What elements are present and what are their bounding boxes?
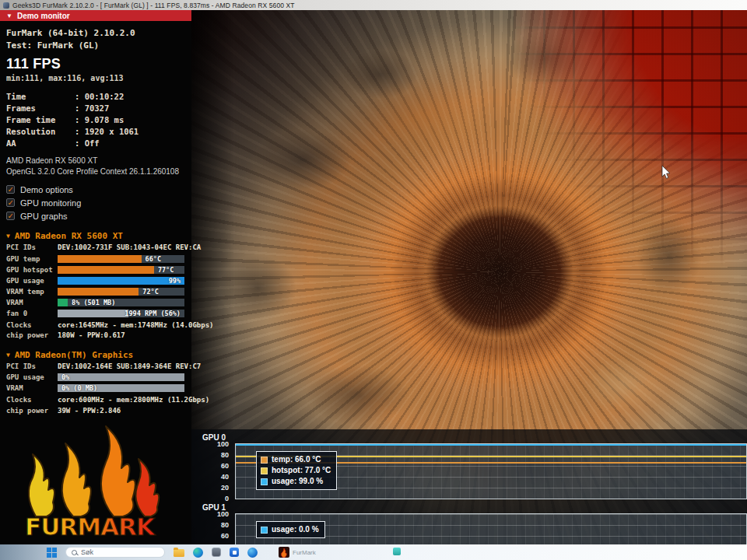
monitor-screen: Geeks3D FurMark 2.10.2.0 - [ FurMark (GL… (0, 0, 747, 560)
gpu0-clocks-row: Clockscore:1645MHz - mem:1748MHz (14.0Gb… (6, 320, 185, 331)
gpu1-chart: 100 80 60 40 usage: 0.0 % (191, 513, 747, 544)
furmark-logo: FURMARK (6, 417, 173, 540)
window-title: Geeks3D FurMark 2.10.2.0 - [ FurMark (GL… (12, 2, 295, 9)
gpu1-y-axis: 100 80 60 40 (191, 513, 235, 544)
fps-minmax: min:111, max:116, avg:113 (6, 74, 185, 82)
window-titlebar: Geeks3D FurMark 2.10.2.0 - [ FurMark (GL… (0, 0, 747, 10)
gpu0-fan-row: fan 0 1994 RPM (56%) (6, 308, 185, 319)
gpu0-graph-label: GPU 0 (202, 433, 747, 442)
windows-taskbar: Søk FurMark (0, 544, 747, 560)
options-checkboxes: ✓ Demo options ✓ GPU monitoring ✓ GPU gr… (6, 183, 185, 222)
gpu-temp-bar: 66°C (58, 255, 184, 263)
checkbox-gpu-graphs[interactable]: ✓ GPU graphs (6, 209, 185, 222)
furmark-flame-icon (279, 547, 289, 558)
browser-app-icon[interactable] (247, 548, 258, 558)
demo-monitor-title: Demo monitor (17, 12, 70, 20)
temp-swatch-icon (261, 457, 268, 464)
gray-app-icon[interactable] (212, 548, 221, 557)
gpu-graphs-overlay: GPU 0 100 80 60 40 20 0 temp: 66.0 °C ho… (191, 429, 747, 544)
gpu0-plot-area: temp: 66.0 °C hotspot: 77.0 °C usage: 99… (235, 443, 747, 499)
stats-block: Time00:10:22 Frames70327 Frame time9.078… (6, 91, 185, 149)
checkmark-icon: ✓ (6, 185, 15, 194)
furmark-logo-text: FURMARK (25, 513, 156, 540)
collapse-triangle-icon: ▼ (6, 12, 12, 19)
vram-usage-bar: 8% (501 MB) (58, 299, 184, 306)
gpu-hotspot-bar: 77°C (58, 266, 184, 274)
collapse-triangle-icon: ▼ (6, 233, 10, 240)
gpu1-usage-row: GPU usage 0% (6, 372, 185, 383)
gpu0-section-header[interactable]: ▼ AMD Radeon RX 5600 XT (6, 231, 185, 241)
gpu0-chart: 100 80 60 40 20 0 temp: 66.0 °C hotspot:… (191, 443, 747, 499)
gpu0-hotspot-row: GPU hotspot 77°C (6, 264, 185, 275)
gpu0-usage-row: GPU usage 99% (6, 275, 185, 286)
gpu0-vram-temp-row: VRAM temp 72°C (6, 286, 185, 297)
gpu1-graph-label: GPU 1 (202, 503, 747, 512)
usage-swatch-icon (261, 478, 268, 485)
gpu0-temp-row: GPU temp 66°C (6, 254, 185, 264)
gpu0-y-axis: 100 80 60 40 20 0 (191, 443, 235, 499)
gpu1-power-row: chip power39W - PPW:2.846 (6, 406, 185, 417)
furmark-taskbar-button[interactable]: FurMark (279, 547, 316, 558)
checkbox-gpu-monitoring[interactable]: ✓ GPU monitoring (6, 196, 185, 209)
stat-row-time: Time00:10:22 (6, 91, 185, 103)
checkmark-icon: ✓ (6, 212, 15, 220)
stat-row-frames: Frames70327 (6, 103, 185, 114)
vram-temp-bar: 72°C (58, 288, 184, 296)
gpu0-legend: temp: 66.0 °C hotspot: 77.0 °C usage: 99… (256, 451, 337, 490)
taskbar-search-input[interactable]: Søk (65, 547, 165, 558)
usage-swatch-icon (261, 527, 268, 534)
gpu-usage-bar: 99% (58, 277, 184, 285)
osd-panel: ▼ Demo monitor FurMark (64-bit) 2.10.2.0… (0, 10, 191, 544)
gpu1-section-header[interactable]: ▼ AMD Radeon(TM) Graphics (6, 350, 185, 360)
stat-row-resolution: Resolution1920 x 1061 (6, 126, 185, 138)
usage-line (236, 444, 746, 446)
gpu-usage-bar: 0% (58, 373, 184, 381)
app-window-icon (3, 2, 9, 9)
gpu0-power-row: chip power180W - PPW:0.617 (6, 331, 185, 341)
search-icon (72, 550, 77, 555)
file-explorer-icon[interactable] (174, 549, 184, 557)
stat-row-frametime: Frame time9.078 ms (6, 114, 185, 126)
gpu1-clocks-row: Clockscore:600MHz - mem:2800MHz (11.2Gbp… (6, 395, 185, 406)
gpu1-plot-area: usage: 0.0 % (235, 513, 747, 544)
tray-app-icon[interactable] (393, 548, 401, 555)
collapse-triangle-icon: ▼ (6, 352, 10, 359)
test-line: Test: FurMark (GL) (6, 40, 185, 51)
fps-counter: 111 FPS (6, 56, 185, 72)
furmark-taskbar-label: FurMark (293, 549, 316, 556)
mouse-cursor-icon (661, 166, 672, 180)
search-placeholder: Søk (81, 548, 93, 556)
gpu1-vram-row: VRAM 0% (0 MB) (6, 383, 185, 394)
demo-monitor-header[interactable]: ▼ Demo monitor (0, 10, 191, 21)
checkbox-demo-options[interactable]: ✓ Demo options (6, 183, 185, 196)
checkmark-icon: ✓ (6, 198, 15, 207)
stat-row-aa: AAOff (6, 138, 185, 149)
fan-speed-bar: 1994 RPM (56%) (58, 310, 184, 317)
gpu1-pci-row: PCI IDsDEV:1002-164E SUB:1849-364E REV:C… (6, 362, 185, 373)
app-version-line: FurMark (64-bit) 2.10.2.0 (6, 28, 185, 38)
windows-start-icon[interactable] (47, 548, 57, 558)
gpu0-pci-row: PCI IDsDEV:1002-731F SUB:1043-04EC REV:C… (6, 243, 185, 254)
hotspot-swatch-icon (261, 467, 268, 474)
gpu1-legend: usage: 0.0 % (256, 521, 325, 538)
gpu-name-line: AMD Radeon RX 5600 XT (6, 156, 185, 165)
opengl-line: OpenGL 3.2.0 Core Profile Context 26.1.1… (6, 167, 185, 176)
vram-usage-bar: 0% (0 MB) (58, 384, 184, 392)
edge-browser-icon[interactable] (193, 548, 203, 558)
gpu0-vram-row: VRAM 8% (501 MB) (6, 297, 185, 308)
store-app-icon[interactable] (230, 548, 239, 557)
